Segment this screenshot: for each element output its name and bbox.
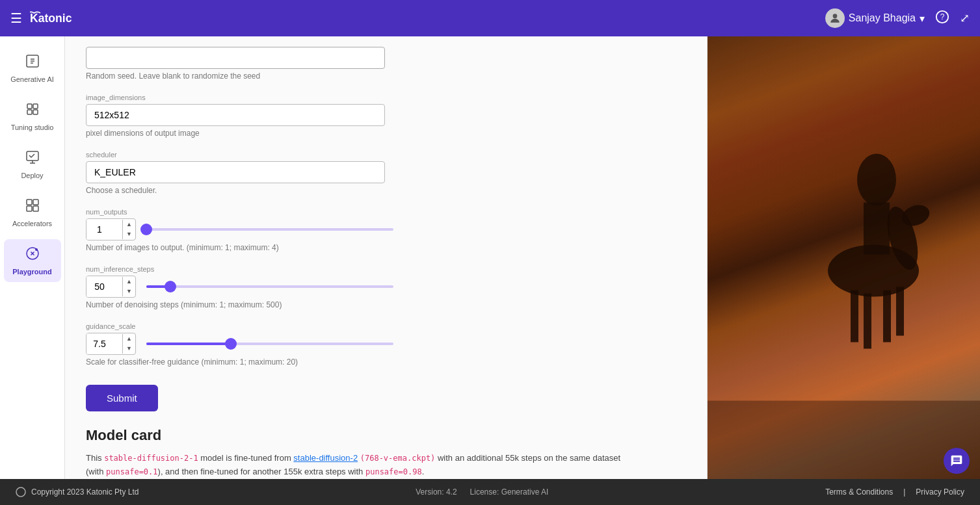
sidebar-item-tuning-studio[interactable]: Tuning studio bbox=[4, 95, 61, 138]
svg-rect-21 bbox=[851, 291, 858, 343]
guidance-scale-down[interactable]: ▼ bbox=[123, 344, 135, 354]
image-overlay-svg bbox=[708, 36, 980, 479]
footer: Copyright 2023 Katonic Pty Ltd Version: … bbox=[0, 479, 980, 505]
submit-button[interactable]: Submit bbox=[86, 385, 158, 411]
num-outputs-input[interactable] bbox=[86, 219, 122, 240]
guidance-scale-spinners: ▲ ▼ bbox=[122, 334, 135, 354]
num-inference-steps-down[interactable]: ▼ bbox=[123, 287, 135, 296]
image-dimensions-group: image_dimensions 512x512 256x256 768x768… bbox=[86, 94, 629, 138]
guidance-scale-slider-track[interactable] bbox=[146, 343, 393, 345]
sidebar-item-accelerators[interactable]: Accelerators bbox=[4, 191, 61, 234]
svg-point-26 bbox=[16, 487, 25, 497]
sidebar-label-accelerators: Accelerators bbox=[12, 220, 52, 227]
num-inference-steps-input-wrapper: ▲ ▼ bbox=[86, 276, 136, 298]
svg-rect-12 bbox=[27, 206, 32, 211]
image-panel bbox=[707, 36, 980, 479]
model-card-text2: model is fine-tuned from bbox=[198, 453, 294, 463]
logo: Katonic bbox=[30, 8, 82, 29]
terms-link[interactable]: Terms & Conditions bbox=[825, 487, 893, 497]
guidance-scale-up[interactable]: ▲ bbox=[123, 334, 135, 344]
num-inference-steps-up[interactable]: ▲ bbox=[123, 277, 135, 287]
svg-rect-5 bbox=[27, 104, 32, 109]
num-inference-steps-desc: Number of denoising steps (minimum: 1; m… bbox=[86, 300, 629, 309]
footer-links: Terms & Conditions | Privacy Policy bbox=[825, 487, 964, 497]
footer-version: Version: 4.2 bbox=[416, 487, 457, 497]
model-card-title: Model card bbox=[86, 427, 629, 444]
scheduler-group: scheduler K_EULER K_EULER_ANCESTRAL DDIM… bbox=[86, 151, 629, 195]
sidebar: Generative AI Tuning studio bbox=[0, 36, 65, 479]
svg-rect-10 bbox=[27, 200, 32, 205]
model-card-section: Model card This stable-diffusion-2-1 mod… bbox=[86, 427, 629, 479]
content-area: Random seed. Leave blank to randomize th… bbox=[65, 36, 707, 479]
guidance-scale-label: guidance_scale bbox=[86, 322, 629, 330]
chat-bubble[interactable] bbox=[944, 448, 970, 474]
scheduler-desc: Choose a scheduler. bbox=[86, 186, 629, 195]
fullscreen-button[interactable]: ⤢ bbox=[960, 11, 970, 25]
navbar: ☰ Katonic Sanjay Bhagia ▾ ? ⤢ bbox=[0, 0, 980, 36]
playground-icon bbox=[25, 246, 40, 265]
content-inner: Random seed. Leave blank to randomize th… bbox=[65, 36, 650, 479]
navbar-right: Sanjay Bhagia ▾ ? ⤢ bbox=[825, 8, 970, 28]
user-info[interactable]: Sanjay Bhagia ▾ bbox=[825, 8, 925, 28]
sidebar-label-deploy: Deploy bbox=[21, 172, 43, 179]
sidebar-item-playground[interactable]: Playground bbox=[4, 239, 61, 282]
privacy-link[interactable]: Privacy Policy bbox=[916, 487, 964, 497]
svg-point-15 bbox=[35, 248, 38, 251]
guidance-scale-input[interactable] bbox=[86, 333, 122, 354]
footer-license: License: Generative AI bbox=[470, 487, 549, 497]
sidebar-label-generative-ai: Generative AI bbox=[10, 75, 54, 83]
num-outputs-up[interactable]: ▲ bbox=[123, 220, 135, 229]
svg-text:?: ? bbox=[940, 12, 945, 21]
num-inference-steps-input[interactable] bbox=[86, 276, 122, 297]
hamburger-button[interactable]: ☰ bbox=[10, 10, 22, 26]
footer-copyright: Copyright 2023 Katonic Pty Ltd bbox=[16, 487, 139, 497]
scheduler-label: scheduler bbox=[86, 151, 629, 159]
model-card-text1: This bbox=[86, 453, 104, 463]
guidance-scale-slider-fill bbox=[146, 343, 231, 345]
svg-rect-24 bbox=[896, 287, 904, 336]
num-inference-steps-slider-track[interactable] bbox=[146, 285, 393, 288]
num-outputs-down[interactable]: ▼ bbox=[123, 229, 135, 239]
model-card-code2: (768-v-ema.ckpt) bbox=[360, 454, 436, 463]
generated-image bbox=[708, 36, 980, 479]
num-outputs-label: num_outputs bbox=[86, 208, 629, 216]
svg-text:Katonic: Katonic bbox=[30, 12, 72, 25]
model-card-code3: punsafe=0.1 bbox=[106, 467, 157, 476]
svg-rect-16 bbox=[708, 401, 980, 480]
guidance-scale-slider-thumb bbox=[225, 338, 237, 350]
svg-rect-11 bbox=[33, 200, 38, 205]
svg-rect-22 bbox=[864, 294, 871, 349]
sidebar-item-generative-ai[interactable]: Generative AI bbox=[4, 47, 61, 90]
num-inference-steps-label: num_inference_steps bbox=[86, 265, 629, 273]
model-card-code1: stable-diffusion-2-1 bbox=[104, 454, 198, 463]
seed-desc: Random seed. Leave blank to randomize th… bbox=[86, 71, 629, 81]
help-button[interactable]: ? bbox=[935, 10, 949, 27]
scheduler-select[interactable]: K_EULER K_EULER_ANCESTRAL DDIM PNDM LMS bbox=[86, 161, 385, 183]
sidebar-label-playground: Playground bbox=[12, 268, 52, 276]
generative-ai-icon bbox=[25, 53, 40, 73]
num-outputs-slider-row: ▲ ▼ bbox=[86, 218, 629, 240]
image-dimensions-select[interactable]: 512x512 256x256 768x768 1024x1024 bbox=[86, 104, 385, 126]
sidebar-item-deploy[interactable]: Deploy bbox=[4, 143, 61, 186]
model-card-text: This stable-diffusion-2-1 model is fine-… bbox=[86, 452, 629, 479]
model-card-text4: ), and then fine-tuned for another 155k … bbox=[158, 467, 365, 476]
svg-rect-8 bbox=[33, 110, 38, 114]
model-card-text5: . bbox=[422, 467, 425, 476]
deploy-icon bbox=[25, 149, 40, 169]
seed-input-row bbox=[86, 47, 629, 69]
image-dimensions-select-wrapper: 512x512 256x256 768x768 1024x1024 bbox=[86, 104, 629, 126]
seed-input[interactable] bbox=[86, 47, 385, 69]
model-card-code4: punsafe=0.98 bbox=[365, 467, 422, 476]
num-outputs-input-wrapper: ▲ ▼ bbox=[86, 218, 136, 240]
num-outputs-slider-track[interactable] bbox=[146, 228, 393, 231]
user-avatar bbox=[825, 8, 845, 28]
image-dimensions-desc: pixel dimensions of output image bbox=[86, 129, 629, 138]
katonic-logo-small bbox=[16, 487, 26, 497]
guidance-scale-group: guidance_scale ▲ ▼ bbox=[86, 322, 629, 367]
image-dimensions-label: image_dimensions bbox=[86, 94, 629, 101]
num-inference-steps-spinners: ▲ ▼ bbox=[122, 277, 135, 296]
chevron-down-icon: ▾ bbox=[920, 12, 925, 25]
guidance-scale-slider-row: ▲ ▼ bbox=[86, 333, 629, 355]
tuning-studio-icon bbox=[25, 101, 40, 121]
model-card-link1[interactable]: stable-diffusion-2 bbox=[293, 453, 358, 463]
